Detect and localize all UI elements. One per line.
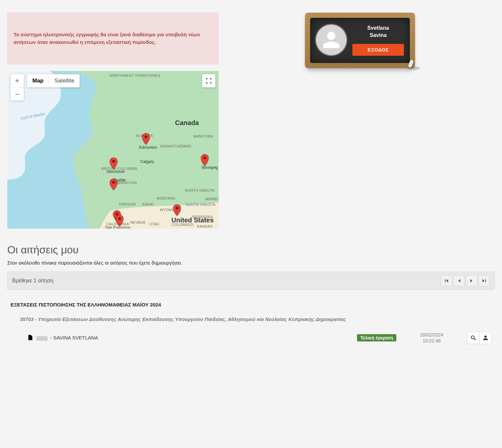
results-toolbar: Βρέθηκε 1 αίτηση	[7, 272, 495, 290]
zoom-in-button[interactable]: +	[11, 74, 24, 87]
row-actions	[467, 332, 491, 344]
redacted-id	[36, 336, 48, 341]
svg-line-11	[474, 338, 476, 340]
svg-point-3	[112, 181, 115, 183]
request-date: 20/02/2024 10:22:48	[404, 332, 460, 344]
system-notice-text: Το σύστημα ηλεκτρονικής εγγραφής θα είνα…	[14, 32, 200, 45]
profile-first-name: Svetlana	[367, 25, 389, 31]
maptype-control-group: Map Satellite	[27, 74, 80, 87]
status-badge: Τελική έγκριση	[357, 334, 396, 341]
fullscreen-button[interactable]	[202, 74, 215, 87]
map-pin-denver-area[interactable]	[173, 204, 181, 216]
profile-card: Svetlana Savina ΕΞΟΔΟΣ	[305, 13, 415, 68]
pager-prev-button[interactable]	[453, 275, 465, 286]
svg-point-5	[176, 207, 178, 209]
file-icon	[28, 335, 32, 341]
logout-button[interactable]: ΕΞΟΔΟΣ	[352, 44, 404, 56]
exam-center-title: 35703 - Υπηρεσία Εξετάσεων Διεύθυνσης Αν…	[7, 312, 495, 326]
maptype-satellite-button[interactable]: Satellite	[49, 74, 80, 87]
fullscreen-icon	[206, 78, 212, 84]
pager-last-button[interactable]	[479, 275, 490, 286]
system-notice-alert: Το σύστημα ηλεκτρονικής εγγραφής θα είνα…	[7, 13, 219, 64]
my-requests-section: Οι αιτήσεις μου Στον ακόλουθο πίνακα παρ…	[7, 244, 495, 350]
exam-centers-map[interactable]: Gulf of Alaska + − Map Satellite	[7, 71, 219, 229]
pager-next-button[interactable]	[466, 275, 477, 286]
pager-first-icon	[444, 278, 449, 283]
request-row: - SAVINA SVETLANA Τελική έγκριση 20/02/2…	[7, 326, 495, 350]
user-icon	[483, 335, 488, 340]
maptype-map-button[interactable]: Map	[27, 74, 49, 87]
map-pin-san-francisco[interactable]	[115, 215, 124, 227]
svg-point-4	[203, 156, 206, 159]
map-pin-seattle-area[interactable]	[109, 178, 118, 190]
svg-point-10	[471, 336, 474, 339]
map-pin-winnipeg[interactable]	[200, 154, 209, 166]
request-name: - SAVINA SVETLANA	[36, 335, 357, 340]
avatar	[316, 25, 346, 55]
applicant-profile-button[interactable]	[479, 332, 491, 344]
chalk-decoration-icon	[407, 58, 421, 70]
section-description: Στον ακόλουθο πίνακα παρουσιάζονται όλες…	[7, 260, 495, 266]
user-icon	[321, 30, 341, 50]
pager	[441, 275, 490, 286]
view-request-button[interactable]	[467, 332, 479, 344]
map-pin-vancouver[interactable]	[109, 157, 118, 169]
results-count-text: Βρέθηκε 1 αίτηση	[12, 278, 53, 284]
zoom-out-button[interactable]: −	[11, 87, 24, 101]
pager-last-icon	[482, 278, 486, 283]
svg-point-7	[118, 217, 121, 220]
search-icon	[471, 335, 476, 340]
exam-group-title: ΕΞΕΤΑΣΕΙΣ ΠΙΣΤΟΠΟΙΗΣΗΣ ΤΗΣ ΕΛΛΗΝΟΜΑΘΕΙΑΣ…	[7, 297, 495, 312]
page-title: Οι αιτήσεις μου	[7, 244, 495, 256]
svg-point-2	[112, 160, 115, 162]
pager-prev-icon	[457, 279, 461, 283]
profile-last-name: Savina	[370, 32, 387, 38]
svg-point-1	[145, 135, 147, 138]
pager-next-icon	[470, 279, 474, 283]
pager-first-button[interactable]	[441, 275, 452, 286]
request-name-suffix: - SAVINA SVETLANA	[50, 335, 98, 340]
zoom-control-group: + −	[11, 74, 24, 101]
map-pin-edmonton[interactable]	[142, 133, 150, 145]
